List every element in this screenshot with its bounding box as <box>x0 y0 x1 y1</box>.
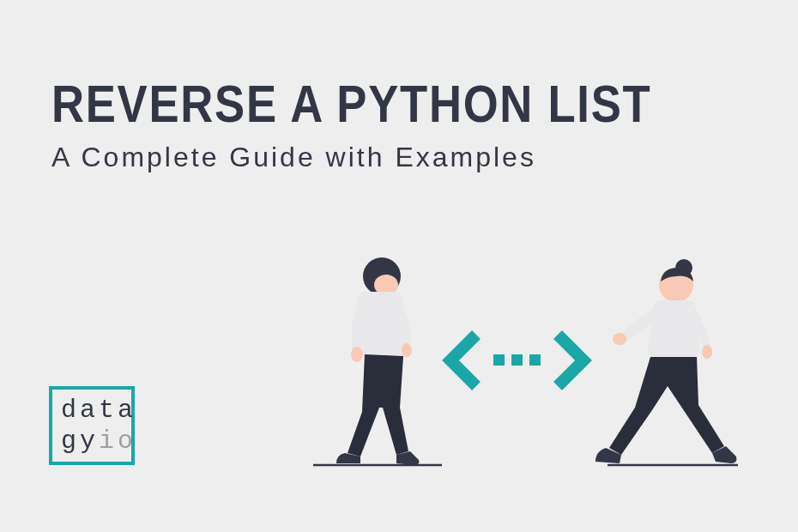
hero-illustration <box>300 240 747 481</box>
svg-rect-7 <box>529 354 541 366</box>
swap-arrows-icon <box>450 335 583 386</box>
svg-point-4 <box>402 343 412 357</box>
page-title: Reverse a Python List <box>51 73 651 134</box>
person-right-icon <box>595 259 738 465</box>
person-left-icon <box>313 257 442 465</box>
svg-point-12 <box>702 345 712 359</box>
brand-logo: data gyio <box>49 386 135 465</box>
logo-line-2: gyio <box>61 426 131 456</box>
svg-point-3 <box>351 347 363 362</box>
svg-rect-6 <box>511 354 523 366</box>
logo-gy: gy <box>61 426 99 456</box>
logo-io: io <box>99 426 136 456</box>
logo-line-1: data <box>61 395 131 426</box>
svg-point-11 <box>613 333 626 345</box>
svg-rect-5 <box>493 354 505 366</box>
page-subtitle: A Complete Guide with Examples <box>51 142 536 173</box>
